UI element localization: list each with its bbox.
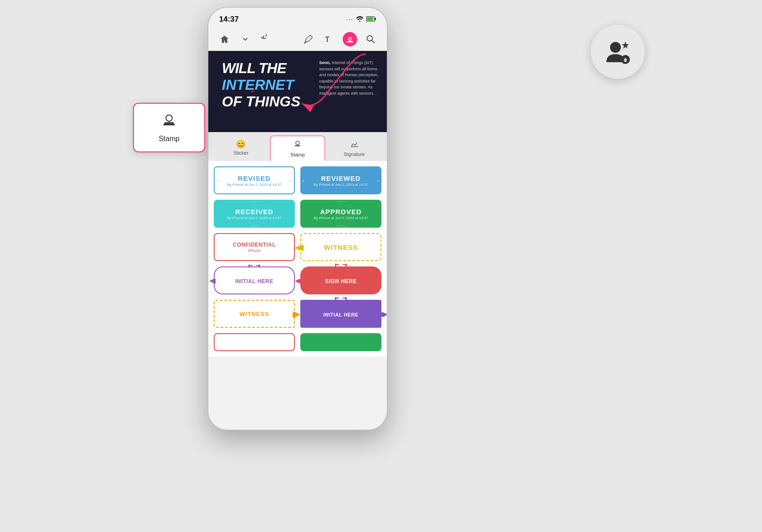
bottom-panel: 😊 Sticker Stamp — [208, 132, 387, 357]
stamp-approved-dots-top: · · · · · — [330, 203, 351, 207]
doc-soon-bold: Soon, — [319, 60, 331, 65]
stamp-witness-yellow-title: WITNESS — [324, 243, 358, 251]
stamp-sign-red-wrapper: ◀ SIGN HERE — [300, 266, 381, 294]
svg-rect-17 — [163, 124, 175, 125]
tabs-row: 😊 Sticker Stamp — [208, 132, 387, 161]
toolbar-right: T — [301, 32, 378, 46]
stamp-sign-red-title: SIGN HERE — [325, 278, 357, 284]
stamp-toolbar-icon[interactable] — [343, 32, 357, 46]
svg-rect-13 — [351, 147, 358, 147]
tab-signature[interactable]: Signature — [327, 136, 381, 161]
document-area: WILL THE INTERNET OF THINGS ← Soon, Inte… — [208, 51, 387, 132]
svg-point-8 — [367, 36, 372, 41]
svg-text:T: T — [325, 36, 330, 43]
profile-icon-large — [591, 25, 645, 79]
stamp-approved-dots-bottom: · · · · · — [330, 220, 351, 225]
stamp-confidential[interactable]: CONFIDENTIAL iPhone — [214, 233, 295, 261]
stamp-sign-red[interactable]: ◀ SIGN HERE — [300, 266, 381, 294]
tab-stamp[interactable]: Stamp — [270, 136, 326, 161]
stamp-received-sub: By iPhone at Jun 2, 2023 at 14:37 — [227, 216, 282, 220]
svg-rect-15 — [164, 122, 174, 124]
stamp-initial-violet-wrapper: INITIAL HERE ▶ — [300, 300, 381, 328]
stamp-partial-row — [208, 333, 387, 357]
dots-icon: ··· — [346, 16, 353, 23]
stamp-received-title: RECEIVED — [235, 208, 274, 216]
initial-purple-bracket — [249, 265, 260, 268]
stamp-popup-label: Stamp — [159, 135, 179, 143]
svg-point-18 — [610, 42, 621, 53]
stamp-tab-icon — [293, 140, 302, 151]
wifi-icon — [356, 16, 363, 23]
battery-icon — [366, 16, 376, 23]
initial-purple-arrow: ◀ — [210, 276, 216, 285]
stamp-received-dots-bottom: · · · · · — [243, 220, 265, 225]
stamp-reviewed-sub: By iPhone at Jun 2, 2023 at 14:37 — [314, 183, 368, 187]
stamp-initial-violet[interactable]: INITIAL HERE — [300, 300, 381, 328]
svg-point-14 — [166, 115, 172, 121]
stamp-initial-purple-wrapper: ◀ INITIAL HERE — [214, 266, 295, 294]
svg-rect-2 — [367, 18, 373, 21]
stamp-reviewed[interactable]: REVIEWED By iPhone at Jun 2, 2023 at 14:… — [300, 166, 381, 194]
initial-violet-bracket — [335, 298, 346, 300]
dropdown-icon[interactable] — [238, 32, 252, 46]
witness-orange-arrow: ▶ — [293, 308, 299, 319]
sticker-tab-label: Sticker — [234, 150, 249, 156]
stamp-approved-title: APPROVED — [320, 208, 362, 216]
doc-of-things: OF THINGS — [222, 93, 300, 110]
stamp-partial-red[interactable] — [214, 333, 295, 351]
undo-icon[interactable] — [259, 32, 273, 46]
stamp-partial-green[interactable] — [300, 333, 381, 351]
svg-marker-19 — [622, 41, 629, 49]
stamp-initial-violet-title: INITIAL HERE — [323, 312, 358, 317]
stamp-received[interactable]: · · · · · RECEIVED By iPhone at Jun 2, 2… — [214, 200, 295, 228]
initial-violet-arrow: ▶ — [379, 308, 386, 319]
stamp-confidential-sub: iPhone — [248, 248, 261, 253]
status-time: 14:37 — [219, 15, 239, 24]
toolbar-left — [217, 32, 273, 46]
stamp-grid: REVISED By iPhone at Jun 2, 2023 at 14:3… — [208, 161, 387, 333]
stamp-popup-icon — [161, 112, 177, 132]
stamp-witness-orange-title: WITNESS — [239, 311, 269, 317]
signature-tab-icon — [350, 139, 359, 151]
doc-text-right: Soon, Internet of Things (IoT) sensors w… — [319, 60, 382, 96]
signature-tab-label: Signature — [344, 151, 365, 157]
stamp-approved-sub: By iPhone at Jun 2, 2023 at 14:37 — [314, 216, 368, 220]
doc-body-text: Internet of Things (IoT) sensors will ou… — [319, 60, 379, 96]
stamp-witness-orange-wrapper: WITNESS ▶ — [214, 300, 295, 328]
svg-point-10 — [296, 141, 299, 145]
stamp-revised-sub: By iPhone at Jun 2, 2023 at 14:37 — [227, 183, 282, 187]
svg-rect-7 — [347, 41, 353, 42]
stamp-tab-label: Stamp — [290, 152, 305, 157]
stamp-received-dots-top: · · · · · — [243, 203, 265, 207]
stamp-popup: Stamp — [133, 103, 205, 152]
home-icon[interactable] — [217, 32, 232, 46]
pen-icon[interactable] — [301, 32, 316, 46]
search-icon[interactable] — [363, 32, 378, 46]
text-icon[interactable]: T — [322, 32, 336, 46]
stamp-approved[interactable]: · · · · · APPROVED By iPhone at Jun 2, 2… — [300, 200, 381, 228]
stamp-initial-purple-title: INITIAL HERE — [235, 278, 273, 284]
toolbar: T — [208, 28, 387, 51]
stamp-revised-title: REVISED — [238, 174, 271, 182]
stamp-witness-orange[interactable]: WITNESS — [214, 300, 295, 328]
phone-frame: 14:37 ··· — [207, 7, 388, 431]
stamp-initial-purple[interactable]: ◀ INITIAL HERE — [214, 266, 295, 294]
stamp-witness-yellow-wrapper: ◀ WITNESS — [300, 233, 381, 261]
stamp-revised[interactable]: REVISED By iPhone at Jun 2, 2023 at 14:3… — [214, 166, 295, 194]
profile-svg — [602, 36, 633, 68]
tab-sticker[interactable]: 😊 Sticker — [214, 136, 268, 161]
doc-will-the: WILL THE — [222, 60, 300, 77]
svg-rect-1 — [375, 18, 376, 20]
sticker-tab-icon: 😊 — [236, 139, 246, 149]
status-bar: 14:37 ··· — [208, 8, 387, 28]
doc-heading: WILL THE INTERNET OF THINGS ← — [222, 60, 300, 110]
svg-rect-11 — [295, 145, 300, 147]
sign-red-bracket — [335, 264, 346, 267]
sign-red-arrow: ◀ — [296, 276, 301, 285]
stamp-witness-yellow[interactable]: WITNESS — [300, 233, 381, 261]
stamp-confidential-title: CONFIDENTIAL — [233, 242, 275, 248]
status-icons: ··· — [346, 16, 376, 23]
stamp-reviewed-title: REVIEWED — [321, 174, 361, 182]
svg-line-9 — [372, 41, 374, 43]
svg-point-6 — [349, 37, 351, 40]
